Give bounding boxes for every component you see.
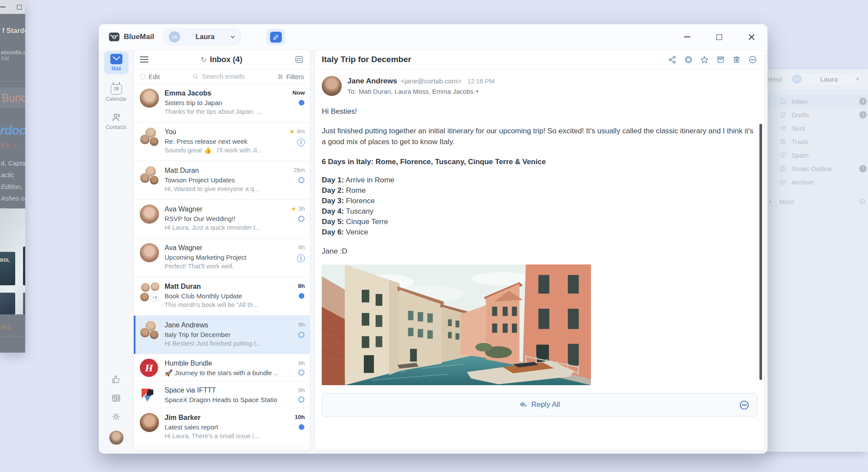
email-sender: Humble Bundle [165,359,277,368]
account-name: Laura [180,33,230,41]
email-list: Emma Jacobs Sisters trip to Japan Thanks… [134,84,310,450]
maximize-button[interactable] [713,30,726,43]
news-feed-icon[interactable] [111,393,121,403]
venice-canal-photo [322,264,591,385]
read-dot[interactable] [298,177,304,183]
star-icon[interactable] [700,55,709,64]
email-list-item[interactable]: Matt Duran Towson Project Updates Hi, Wa… [134,161,310,200]
nav-rail: Mail 19 Calendar Contacts [99,50,133,450]
minimize-button[interactable] [680,30,693,43]
compose-button[interactable] [266,29,285,45]
email-subject: Re: Press release next week [165,137,277,146]
nav-contacts[interactable]: Contacts [104,109,129,133]
mark-unread-icon[interactable] [684,55,693,64]
folder-sent[interactable]: Sent [764,122,868,135]
filters-button[interactable]: Filters [277,73,304,80]
email-list-item[interactable]: H Humble Bundle 🚀 Journey to the stars w… [134,354,310,381]
email-subject: Book Club Monthly Update [165,291,277,300]
folder-smart-outbox[interactable]: Smart Outbox 7 [764,162,868,175]
share-icon[interactable] [668,55,677,64]
email-list-item-selected[interactable]: Jane Andrews Italy Trip for December Hi … [134,316,310,354]
email-preview: This month's book will be "All th... [165,300,277,310]
outbox-icon [779,165,787,172]
email-preview: Hi Besties! Just finished putting t... [165,339,277,348]
itinerary-day: Day 2: Rome [322,185,757,196]
folder-more[interactable]: ▾ More [764,195,868,208]
email-time: 8h [298,283,305,289]
archive-icon[interactable] [716,55,725,64]
folder-inbox[interactable]: Inbox 4 [764,95,868,108]
search-placeholder: Search emails [202,73,244,80]
email-list-item[interactable]: Emma Jacobs Sisters trip to Japan Thanks… [134,84,310,122]
unread-dot[interactable] [299,293,304,299]
email-list-item[interactable]: Jim Barker Latest sales report Hi Laura,… [134,408,310,447]
folder-drafts[interactable]: Drafts 2 [764,108,868,122]
nav-calendar[interactable]: 19 Calendar [104,80,129,105]
edit-button[interactable]: Edit [140,73,160,80]
email-preview: Thanks for the tips about Japan. ... [165,107,277,116]
more-options-icon[interactable] [748,55,757,64]
menu-icon[interactable] [140,55,149,64]
minimize-icon[interactable] [0,7,6,7]
avatar-group [140,127,160,156]
email-time: 10h [295,414,305,420]
email-time: 4m [297,128,305,135]
email-subject: Sisters trip to Japan [165,98,277,107]
email-body: Hi Besties! Just finished putting togeth… [315,107,764,416]
scrollbar-thumb[interactable] [759,124,762,380]
email-time: 9h [298,321,305,328]
account-switcher[interactable]: LR Laura [163,29,241,45]
reply-all-button[interactable]: Reply All [322,393,757,416]
itinerary-day: Day 4: Tuscany [322,206,757,217]
sender-avatar[interactable] [322,76,342,96]
email-list-item[interactable]: Ava Wagner Upcoming Marketing Project Pe… [134,238,310,277]
folder-archive[interactable]: Archive [764,175,868,189]
email-list-item[interactable]: +3 Matt Duran Book Club Monthly Update T… [134,277,310,316]
account-switcher[interactable]: LR Laura ▾ [787,72,864,86]
email-list-item[interactable]: You Re: Press release next week Sounds g… [134,122,310,161]
read-dot[interactable] [298,370,304,376]
sender-name: Jane Andrews [347,77,397,86]
email-sender: Matt Duran [165,282,277,291]
trash-icon[interactable] [732,55,741,64]
settings-gear-icon[interactable] [111,412,121,422]
background-window-left[interactable]: f Stardock... ebundle.com> 11:26 AM Bund… [0,0,25,353]
read-dot[interactable] [298,216,304,222]
contacts-icon [111,112,122,123]
email-preview: Hi Laura, There's a small issue i... [165,432,277,441]
refresh-icon[interactable]: ↻ [201,55,207,64]
search-input[interactable]: Search emails [160,73,277,80]
maximize-icon[interactable] [17,5,22,10]
reply-options-icon[interactable] [739,399,750,411]
background-window-right[interactable]: eMail LR Laura ▾ Inbox 4 Drafts 2 Sent T… [763,69,868,452]
titlebar: BlueMail LR Laura [99,24,767,50]
folder-spam[interactable]: Spam [764,149,868,162]
itinerary-day: Day 6: Venice [322,227,757,238]
star-icon[interactable]: ★ [291,205,297,212]
itinerary-day: Day 1: Arrive in Rome [322,175,757,185]
read-dot[interactable] [298,332,304,338]
read-dot[interactable] [298,396,304,403]
add-folder-icon[interactable] [859,198,866,205]
avatar-group [140,166,160,195]
body-heading: 6 Days in Italy: Rome, Florence, Tuscany… [322,158,757,166]
search-icon [192,73,199,80]
nav-mail[interactable]: Mail [104,51,129,74]
unread-dot[interactable] [299,100,304,106]
email-list-item[interactable]: Ava Wagner RSVP for Our Wedding!! Hi Lau… [134,200,310,238]
inbox-icon [779,98,787,105]
folder-trash[interactable]: Trash [764,135,868,149]
star-icon[interactable]: ★ [289,128,295,135]
email-subject: Latest sales report [165,422,277,432]
task-view-icon[interactable] [294,55,304,64]
recipients-expand-icon[interactable]: ▾ [476,89,479,94]
unread-dot[interactable] [299,424,304,430]
email-preview: Perfect! That'll work well. [165,262,277,271]
email-sender: Ava Wagner [165,243,277,253]
user-avatar[interactable] [109,430,124,445]
itinerary-day: Day 5: Cinque Terre [322,217,757,227]
email-list-item[interactable]: Space via IFTTT SpaceX Dragon Heads to S… [134,381,310,408]
background-email-link[interactable]: ard [1,323,10,330]
close-button[interactable] [745,30,758,43]
feedback-thumbs-up-icon[interactable] [111,374,121,384]
